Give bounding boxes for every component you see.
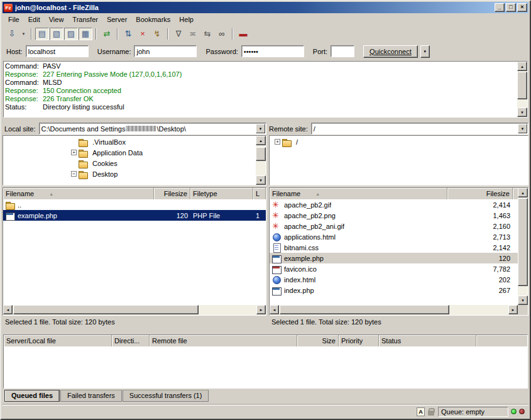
cell-filler (513, 285, 518, 296)
column-header-directi[interactable]: Directi... (112, 335, 150, 346)
scroll-up-icon[interactable]: ▲ (517, 62, 527, 71)
menu-edit[interactable]: Edit (24, 14, 45, 25)
php-file-icon (272, 254, 282, 263)
combo-dropdown-icon[interactable]: ▼ (256, 124, 265, 133)
column-header-filesize[interactable]: Filesize (447, 188, 513, 199)
column-header-l[interactable]: L (253, 188, 266, 199)
column-header-status[interactable]: Status (379, 335, 476, 346)
remote-vscrollbar[interactable]: ▲ ▼ (518, 188, 528, 305)
tab-failed-transfers[interactable]: Failed transfers (60, 390, 122, 402)
filesize: 120 (447, 253, 513, 263)
disconnect-icon[interactable]: ↯ (150, 28, 164, 40)
menu-server[interactable]: Server (102, 14, 131, 25)
port-input[interactable] (331, 45, 354, 57)
host-input[interactable] (26, 45, 89, 57)
file-row-favicon-ico[interactable]: favicon.ico7,782 (270, 263, 518, 274)
scroll-thumb[interactable] (280, 305, 449, 314)
synchronized-browsing-icon[interactable]: ⇆ (200, 28, 214, 40)
toggle-message-log-icon[interactable]: ▤ (35, 28, 49, 40)
tree-item-virtualbox[interactable]: .VirtualBox (3, 136, 255, 147)
site-manager-dropdown-icon[interactable]: ▼ (19, 28, 28, 40)
file-row-index-html[interactable]: index.html202 (270, 274, 518, 285)
close-button[interactable]: × (517, 3, 527, 12)
menu-file[interactable]: File (4, 14, 24, 25)
file-row-apache-pb2-png[interactable]: apache_pb2.png1,463 (270, 210, 518, 221)
scroll-left-icon[interactable]: ◄ (3, 305, 13, 314)
tree-item-application-data[interactable]: +Application Data (3, 147, 255, 158)
scroll-thumb[interactable] (13, 305, 199, 314)
directory-filter-icon[interactable]: ∇ (172, 28, 185, 40)
html-file-icon (272, 275, 282, 284)
tree-item-[interactable]: +/ (270, 136, 528, 147)
collapse-icon[interactable]: − (71, 171, 77, 177)
menu-transfer[interactable]: Transfer (68, 14, 102, 25)
scroll-up-icon[interactable]: ▲ (256, 136, 266, 145)
quickconnect-dropdown-icon[interactable]: ▼ (420, 45, 430, 58)
combo-dropdown-icon[interactable]: ▼ (518, 124, 527, 133)
tree-item-desktop[interactable]: −Desktop (3, 169, 255, 179)
scroll-thumb[interactable] (256, 147, 266, 161)
scroll-right-icon[interactable]: ► (508, 305, 518, 314)
column-header-priority[interactable]: Priority (339, 335, 379, 346)
process-queue-icon[interactable]: ⇅ (121, 28, 135, 40)
scroll-thumb[interactable] (517, 72, 527, 99)
refresh-icon[interactable]: ⇄ (100, 28, 114, 40)
quickconnect-button[interactable]: Quickconnect (363, 45, 418, 58)
menu-view[interactable]: View (45, 14, 68, 25)
scroll-down-icon[interactable]: ▼ (517, 108, 527, 117)
file-row-apache-pb2-gif[interactable]: apache_pb2.gif2,414 (270, 199, 518, 210)
scroll-left-icon[interactable]: ◄ (270, 305, 279, 314)
log-scrollbar[interactable]: ▲ ▼ (517, 62, 527, 117)
scroll-down-icon[interactable]: ▼ (256, 175, 266, 185)
image-file-icon (272, 201, 282, 209)
tree-item-cookies[interactable]: Cookies (3, 158, 255, 169)
column-header-size[interactable]: Size (297, 335, 339, 346)
remote-site-combo[interactable]: / ▼ (311, 123, 528, 135)
local-tree-scrollbar[interactable]: ▲ ▼ (256, 136, 266, 185)
tab-successful-transfers-1[interactable]: Successful transfers (1) (123, 390, 209, 402)
remote-hscrollbar[interactable]: ◄ ► (270, 305, 518, 315)
site-manager-icon[interactable]: ⇩ (5, 28, 19, 40)
toggle-queue-icon[interactable]: ▦ (79, 28, 92, 40)
column-header-server-local-file[interactable]: Server/Local file (4, 335, 112, 346)
speed-limits-icon[interactable]: ▬ (236, 28, 250, 40)
expand-icon[interactable]: + (275, 139, 280, 145)
column-header-filesize[interactable]: Filesize (154, 188, 190, 199)
toggle-remote-tree-icon[interactable]: ▨ (64, 28, 78, 40)
toggle-local-tree-icon[interactable]: ▧ (50, 28, 63, 40)
scroll-down-icon[interactable]: ▼ (518, 296, 528, 305)
menu-help[interactable]: Help (175, 14, 198, 25)
tab-queued-files[interactable]: Queued files (4, 390, 60, 402)
cell-filler (513, 199, 518, 210)
filesize: 2,160 (447, 221, 513, 231)
scroll-thumb[interactable] (518, 198, 528, 286)
scroll-right-icon[interactable]: ► (256, 305, 266, 314)
file-row-applications-html[interactable]: applications.html2,713 (270, 231, 518, 242)
maximize-button[interactable]: □ (506, 3, 516, 12)
scroll-up-icon[interactable]: ▲ (518, 188, 528, 197)
column-header-remote-file[interactable]: Remote file (150, 335, 297, 346)
title-bar: Fz john@localhost - FileZilla _ □ × (3, 2, 528, 13)
file-row-bitnami-css[interactable]: bitnami.css2,142 (270, 242, 518, 253)
file-row-index-php[interactable]: index.php267 (270, 285, 518, 296)
column-header-filename[interactable]: Filename▲ (3, 188, 154, 199)
password-input[interactable] (241, 45, 304, 57)
file-row-example-php[interactable]: example.php120PHP File1 (3, 210, 266, 221)
log-line-type: Response: (5, 87, 43, 95)
local-site-combo[interactable]: C:\Documents and Settings \Desktop\ ▼ (39, 123, 266, 135)
folder-icon (79, 148, 88, 157)
column-header-filename[interactable]: Filename▲ (270, 188, 447, 199)
directory-comparison-icon[interactable]: ≍ (186, 28, 200, 40)
expand-icon[interactable]: + (71, 150, 77, 155)
file-row-[interactable]: .. (3, 199, 266, 210)
file-row-apache-pb2-ani-gif[interactable]: apache_pb2_ani.gif2,160 (270, 221, 518, 231)
cancel-operation-icon[interactable]: × (136, 28, 150, 40)
find-files-icon[interactable]: ∞ (215, 28, 229, 40)
file-row-example-php[interactable]: example.php120 (270, 253, 518, 263)
minimize-button[interactable]: _ (495, 3, 505, 12)
column-header-filetype[interactable]: Filetype (190, 188, 253, 199)
menu-bookmarks[interactable]: Bookmarks (131, 14, 175, 25)
local-hscrollbar[interactable]: ◄ ► (3, 305, 266, 315)
local-list-header: Filename▲FilesizeFiletypeL (3, 188, 266, 199)
username-input[interactable] (134, 45, 197, 57)
